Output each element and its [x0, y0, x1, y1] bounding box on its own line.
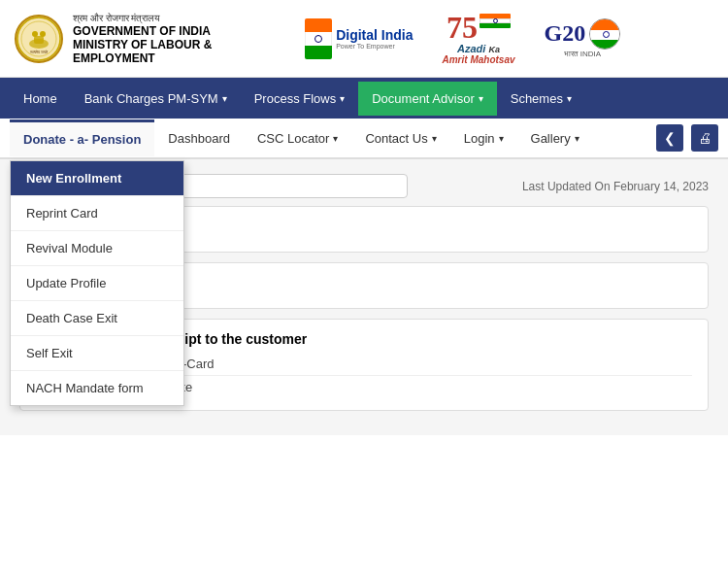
dropdown-item-self-exit[interactable]: Self Exit [11, 336, 183, 371]
nav-contact-us-arrow: ▾ [432, 133, 437, 144]
back-button[interactable]: ❮ [656, 124, 683, 152]
svg-text:सत्यमेव जयते: सत्यमेव जयते [29, 50, 49, 54]
digital-india-logo: Digital India Power To Empower [305, 18, 413, 59]
nav-gallery-arrow: ▾ [575, 133, 579, 144]
nav-document-advisor-arrow: ▾ [479, 93, 483, 104]
govt-line3: MINISTRY OF LABOUR & [73, 38, 212, 51]
nav-document-advisor[interactable]: Document Advisor ▾ [358, 82, 497, 116]
nav-schemes-arrow: ▾ [567, 93, 572, 104]
govt-line1: श्रम और रोजगार मंत्रालय [73, 13, 212, 24]
nav-donate-pension[interactable]: Donate - a- Pension [10, 119, 154, 156]
dropdown-item-revival-module[interactable]: Revival Module [11, 231, 183, 266]
azadi-mahotsav-text: Amrit Mahotsav [443, 54, 515, 65]
di-flag-icon [305, 18, 332, 59]
secondary-nav: Donate - a- Pension New Enrollment Repri… [0, 119, 728, 159]
govt-text-block: श्रम और रोजगार मंत्रालय GOVERNMENT OF IN… [73, 13, 212, 65]
page-header: सत्यमेव जयते श्रम और रोजगार मंत्रालय GOV… [0, 0, 728, 78]
nav-schemes[interactable]: Schemes ▾ [497, 82, 585, 116]
nav-contact-us[interactable]: Contact Us ▾ [351, 121, 449, 155]
svg-rect-3 [34, 36, 44, 44]
azadi-number: 75 [447, 12, 478, 43]
azadi-badge: 75 Azadi Ka Amrit Mahotsav [443, 12, 515, 65]
nav-login-arrow: ▾ [499, 133, 504, 144]
dropdown-item-nach-mandate[interactable]: NACH Mandate form [11, 371, 183, 405]
nav-csc-locator[interactable]: CSC Locator ▾ [244, 121, 351, 155]
svg-point-5 [40, 31, 46, 37]
donate-dropdown-menu: New Enrollment Reprint Card Revival Modu… [10, 160, 184, 406]
svg-point-4 [32, 31, 38, 37]
digital-india-main-text: Digital India [336, 27, 413, 43]
govt-line2: GOVERNMENT OF INDIA [73, 24, 212, 38]
nav-login[interactable]: Login ▾ [450, 121, 517, 155]
dropdown-item-new-enrollment[interactable]: New Enrollment [11, 161, 183, 196]
header-center-logos: Digital India Power To Empower 75 Azadi … [212, 12, 713, 65]
nav-process-flows[interactable]: Process Flows ▾ [241, 82, 359, 116]
nav-bank-charges-arrow: ▾ [222, 93, 227, 104]
logo-area: सत्यमेव जयते श्रम और रोजगार मंत्रालय GOV… [15, 13, 212, 65]
nav-home[interactable]: Home [10, 82, 71, 116]
g20-sub-text: भारत INDIA [564, 50, 602, 59]
print-button[interactable]: 🖨 [691, 124, 718, 152]
nav-gallery[interactable]: Gallery ▾ [517, 121, 593, 155]
digital-india-text: Digital India Power To Empower [336, 27, 413, 50]
last-updated-text: Last Updated On February 14, 2023 [522, 180, 709, 193]
nav-bank-charges[interactable]: Bank Charges PM-SYM ▾ [71, 82, 241, 116]
nav-csc-locator-arrow: ▾ [333, 133, 338, 144]
govt-line4: EMPLOYMENT [73, 51, 212, 65]
g20-text: G20 [545, 20, 586, 47]
nav-process-flows-arrow: ▾ [340, 93, 345, 104]
primary-nav: Home Bank Charges PM-SYM ▾ Process Flows… [0, 78, 728, 119]
donate-dropdown-container: Donate - a- Pension New Enrollment Repri… [10, 119, 154, 156]
dropdown-item-reprint-card[interactable]: Reprint Card [11, 196, 183, 231]
dropdown-item-death-case-exit[interactable]: Death Case Exit [11, 301, 183, 336]
nav-dashboard[interactable]: Dashboard [154, 121, 244, 155]
govt-emblem: सत्यमेव जयते [15, 15, 63, 63]
digital-india-sub-text: Power To Empower [336, 43, 413, 50]
dropdown-item-update-profile[interactable]: Update Profile [11, 266, 183, 301]
g20-badge: G20 भारत INDIA [545, 18, 621, 59]
azadi-amrit-text: Azadi Ka [457, 43, 500, 54]
nav-action-icons: ❮ 🖨 [656, 124, 718, 152]
